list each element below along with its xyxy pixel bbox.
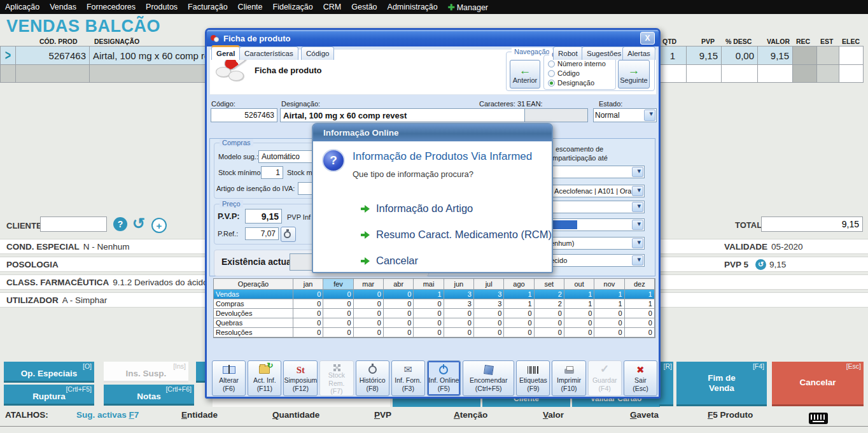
radio-numero-interno[interactable]: Número interno (548, 60, 606, 67)
keyboard-icon[interactable] (809, 413, 828, 424)
monthly-cell[interactable]: 0 (323, 318, 353, 328)
stock-minimo-field[interactable]: 1 (261, 166, 283, 179)
menu-item-vendas[interactable]: Vendas (50, 3, 76, 11)
monthly-header-out[interactable]: out (564, 279, 594, 290)
monthly-cell[interactable]: 1 (594, 290, 624, 299)
monthly-cell[interactable]: 0 (354, 290, 384, 299)
monthly-header-jul[interactable]: jul (474, 279, 504, 290)
menu-item-manager[interactable]: ✚Manager (448, 3, 488, 12)
close-icon[interactable]: X (640, 32, 655, 45)
tab-robot[interactable]: Robot (553, 46, 583, 60)
monthly-cell[interactable]: 0 (414, 309, 444, 318)
monthly-cell[interactable]: 0 (504, 318, 534, 328)
monthly-cell[interactable]: 0 (414, 328, 444, 337)
monthly-cell[interactable]: 0 (625, 318, 655, 328)
shortcut-item-gaveta[interactable]: Gaveta (630, 410, 659, 420)
monthly-header-jun[interactable]: jun (444, 279, 474, 290)
etiquetas-button[interactable]: Etiquetas(F9) (516, 360, 550, 396)
menu-item-cliente[interactable]: Cliente (238, 3, 263, 11)
sair-button[interactable]: Sair(Esc) (624, 360, 657, 396)
monthly-cell[interactable]: 1 (504, 290, 534, 299)
right-panel-dropdown-5[interactable]: enhum) (549, 237, 645, 250)
monthly-cell[interactable]: 0 (474, 328, 504, 337)
popup-option-cancelar[interactable]: Cancelar (361, 255, 418, 267)
hidden-button-sliver[interactable] (196, 362, 205, 383)
sug-activas-link[interactable]: Sug. activas F7 (76, 410, 139, 420)
monthly-cell[interactable]: 0 (293, 328, 323, 337)
monthly-cell[interactable]: 1 (504, 299, 534, 309)
hist-rico-button[interactable]: Histórico(F8) (356, 360, 389, 396)
pvp5-history-icon[interactable]: ↺ (755, 259, 766, 270)
monthly-row-vendas[interactable]: Vendas (214, 290, 293, 299)
cell-qtd[interactable]: 1 (659, 46, 687, 65)
monthly-cell[interactable]: 0 (535, 328, 564, 337)
monthly-cell[interactable]: 0 (535, 318, 564, 328)
encomendar-button[interactable]: Encomendar(Ctrl+F5) (463, 360, 514, 396)
help-icon[interactable]: ? (113, 217, 127, 231)
monthly-cell[interactable]: 0 (323, 309, 353, 318)
tab-alertas[interactable]: Alertas (622, 46, 655, 60)
right-panel-dropdown-4[interactable] (549, 218, 645, 231)
act-inf--button[interactable]: Act. Inf.(F11) (248, 360, 281, 396)
right-panel-dropdown-3[interactable] (549, 201, 645, 213)
monthly-row-resoluções[interactable]: Resoluções (214, 328, 293, 337)
monthly-cell[interactable]: 0 (594, 318, 624, 328)
hidden-button-strip[interactable] (393, 399, 480, 407)
monthly-cell[interactable]: 0 (444, 328, 474, 337)
monthly-cell[interactable]: 0 (444, 318, 474, 328)
monthly-header-mar[interactable]: mar (354, 279, 384, 290)
dialog-title-bar[interactable]: Ficha de produto X (207, 30, 659, 46)
monthly-cell[interactable]: 0 (354, 299, 384, 309)
menu-item-aplicação[interactable]: Aplicação (5, 3, 39, 11)
tab-sugestoes[interactable]: Sugestões (582, 46, 626, 60)
monthly-cell[interactable]: 3 (444, 299, 474, 309)
monthly-cell[interactable]: 0 (323, 328, 353, 337)
monthly-header-mai[interactable]: mai (414, 279, 444, 290)
stopwatch-button[interactable] (281, 227, 296, 242)
notas-button[interactable]: [Crtl+F6] Notas (104, 385, 194, 406)
monthly-cell[interactable]: 0 (384, 299, 414, 309)
right-panel-dropdown-6[interactable]: ecido (549, 254, 645, 267)
monthly-cell[interactable]: 0 (625, 328, 655, 337)
fim-de-venda-button[interactable]: [F4] Fim de Venda (676, 362, 767, 406)
monthly-cell[interactable]: 0 (354, 318, 384, 328)
shortcut-item-entidade[interactable]: Entidade (181, 410, 218, 420)
monthly-header-abr[interactable]: abr (384, 279, 414, 290)
monthly-cell[interactable]: 0 (594, 328, 624, 337)
monthly-cell[interactable]: 0 (354, 328, 384, 337)
monthly-cell[interactable]: 0 (564, 318, 594, 328)
monthly-cell[interactable]: 0 (354, 309, 384, 318)
cancelar-button[interactable]: [Esc] Cancelar (772, 362, 864, 406)
monthly-cell[interactable]: 0 (293, 309, 323, 318)
popup-option-informa-o-do-artigo[interactable]: Informação do Artigo (361, 202, 473, 215)
cell-cod-prod[interactable]: 5267463 (15, 46, 90, 65)
monthly-cell[interactable]: 0 (323, 299, 353, 309)
monthly-cell[interactable]: 0 (564, 328, 594, 337)
alterar-button[interactable]: Alterar(F6) (212, 360, 246, 396)
radio-codigo[interactable]: Código (548, 69, 580, 77)
radio-designacao[interactable]: Designação (548, 79, 594, 87)
ruptura-button[interactable]: [Crtl+F5] Ruptura (4, 385, 94, 406)
hidden-button-strip-validar-cartao[interactable]: Validar Cartão (572, 399, 660, 407)
menu-item-administração[interactable]: Administração (388, 3, 438, 11)
shortcut-item-valor[interactable]: Valor (543, 410, 564, 420)
codigo-field[interactable]: 5267463 (211, 108, 277, 122)
monthly-cell[interactable]: 0 (474, 318, 504, 328)
cell-perc-desc[interactable]: 0,00 (721, 46, 758, 65)
monthly-cell[interactable]: 2 (535, 299, 564, 309)
monthly-cell[interactable]: 0 (414, 318, 444, 328)
shortcut-item-quantidade[interactable]: Quantidade (272, 410, 319, 420)
monthly-cell[interactable]: 0 (384, 318, 414, 328)
right-panel-dropdown-1[interactable] (549, 166, 645, 178)
monthly-cell[interactable]: 3 (444, 290, 474, 299)
menu-item-fidelização[interactable]: Fidelização (273, 3, 313, 11)
shortcut-item-f5-produto[interactable]: F5 Produto (708, 410, 753, 420)
seguinte-button[interactable]: → Seguinte (618, 60, 650, 89)
estado-dropdown[interactable]: Normal (593, 108, 657, 122)
popup-option-resumo-caract-medicamento-rcm-[interactable]: Resumo Caract. Medicamento (RCM) (361, 229, 552, 241)
op-especiais-button[interactable]: [O] Op. Especiais (4, 362, 94, 383)
monthly-header-set[interactable]: set (535, 279, 564, 290)
monthly-cell[interactable]: 0 (474, 309, 504, 318)
row-selector-cell[interactable]: > (0, 46, 16, 65)
monthly-header-fev[interactable]: fev (323, 279, 353, 290)
